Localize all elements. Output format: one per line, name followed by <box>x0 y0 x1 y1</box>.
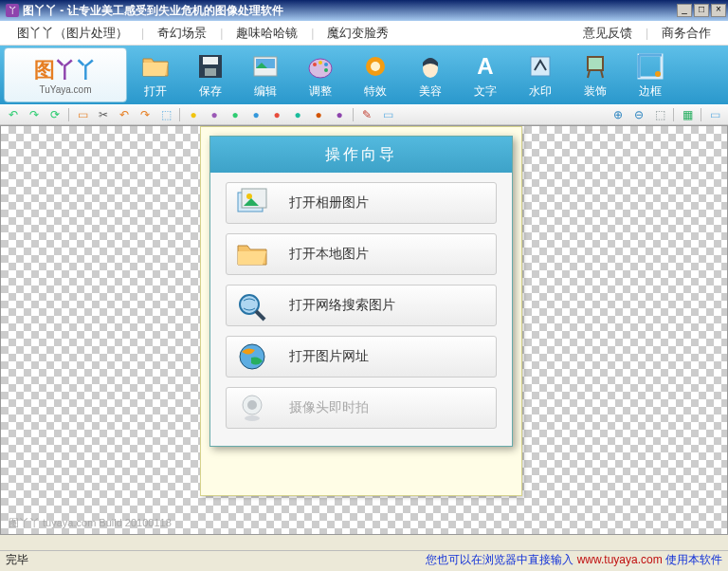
window-title: 图丫丫 - 让专业美工感受到失业危机的图像处理软件 <box>23 3 677 19</box>
color-dot-1[interactable]: ● <box>184 106 203 123</box>
color-dot-3[interactable]: ● <box>226 106 245 123</box>
save-button[interactable]: 保存 <box>184 47 237 102</box>
webcam-icon <box>232 391 272 425</box>
color-dot-8[interactable]: ● <box>330 106 349 123</box>
folder-icon <box>140 51 171 82</box>
floppy-icon <box>195 51 226 82</box>
main-toolbar: 图丫丫 TuYaya.com 打开 保存 编辑 调整 特效 美容 A文字 水印 … <box>0 46 728 104</box>
svg-point-7 <box>318 61 322 64</box>
logo-url: TuYaya.com <box>39 84 91 95</box>
svg-point-8 <box>324 63 328 66</box>
effect-button[interactable]: 特效 <box>349 47 402 102</box>
menu-business[interactable]: 商务合作 <box>652 23 720 44</box>
svg-point-28 <box>245 415 260 421</box>
beauty-button[interactable]: 美容 <box>404 47 457 102</box>
globe-icon <box>232 340 272 374</box>
zoom-out-button[interactable]: ⊖ <box>629 106 648 123</box>
title-bar: 丫 图丫丫 - 让专业美工感受到失业危机的图像处理软件 _ □ × <box>0 0 728 21</box>
wizard-open-url[interactable]: 打开图片网址 <box>226 336 497 378</box>
palette-icon <box>305 51 336 82</box>
album-icon <box>232 186 272 220</box>
color-dot-7[interactable]: ● <box>309 106 328 123</box>
wizard-label: 打开本地图片 <box>289 246 369 263</box>
wizard-webcam[interactable]: 摄像头即时拍 <box>226 387 497 429</box>
picture-icon <box>250 51 281 82</box>
wizard-open-album[interactable]: 打开相册图片 <box>226 182 497 224</box>
rect-button[interactable]: ▭ <box>378 106 397 123</box>
wizard-label: 打开网络搜索图片 <box>289 297 395 314</box>
refresh-button[interactable]: ⟳ <box>46 106 64 123</box>
window-controls: _ □ × <box>677 4 726 17</box>
rotate-left-button[interactable]: ↶ <box>115 106 134 123</box>
svg-point-6 <box>313 63 317 66</box>
search-globe-icon <box>232 288 272 322</box>
wizard-label: 摄像头即时拍 <box>289 399 369 416</box>
menu-scene[interactable]: 奇幻场景 <box>148 23 216 44</box>
menu-funhouse[interactable]: 趣味哈哈镜 <box>227 23 307 44</box>
color-dot-5[interactable]: ● <box>267 106 286 123</box>
text-icon: A <box>470 51 500 82</box>
menu-bar: 图丫丫（图片处理）| 奇幻场景| 趣味哈哈镜| 魔幻变脸秀 意见反馈| 商务合作 <box>0 21 728 46</box>
pencil-button[interactable]: ✎ <box>357 106 376 123</box>
text-button[interactable]: A文字 <box>459 47 512 102</box>
menu-faceswap[interactable]: 魔幻变脸秀 <box>318 23 398 44</box>
wizard-body: 打开相册图片 打开本地图片 打开网络搜索图片 打开图片网址 摄像头即时拍 <box>210 173 512 446</box>
wizard-label: 打开相册图片 <box>289 194 369 212</box>
canvas-watermark: 图丫丫 tuyaya.com Build 20100118 <box>9 516 172 530</box>
color-dot-2[interactable]: ● <box>205 106 224 123</box>
crop-button[interactable]: ✂ <box>94 106 113 123</box>
status-hint: 您也可以在浏览器中直接输入 www.tuyaya.com 使用本软件 <box>426 552 722 568</box>
fullscreen-button[interactable]: ▭ <box>705 106 724 123</box>
face-icon <box>415 51 446 82</box>
frame-icon <box>635 51 665 82</box>
select-button[interactable]: ▭ <box>73 106 92 123</box>
open-button[interactable]: 打开 <box>129 47 182 102</box>
wizard-open-search[interactable]: 打开网络搜索图片 <box>226 285 497 326</box>
svg-text:A: A <box>477 53 493 79</box>
maximize-button[interactable]: □ <box>694 4 709 17</box>
color-dot-4[interactable]: ● <box>246 106 265 123</box>
frame-button[interactable]: 边框 <box>624 47 677 102</box>
zoom-in-button[interactable]: ⊕ <box>609 106 628 123</box>
decorate-button[interactable]: 装饰 <box>569 47 622 102</box>
svg-line-17 <box>601 70 603 78</box>
color-dot-6[interactable]: ● <box>288 106 307 123</box>
wizard-open-local[interactable]: 打开本地图片 <box>226 233 497 275</box>
logo-text: 图丫丫 <box>34 56 97 84</box>
undo-button[interactable]: ↶ <box>4 106 23 123</box>
edit-button[interactable]: 编辑 <box>239 47 292 102</box>
adjust-button[interactable]: 调整 <box>294 47 347 102</box>
svg-rect-15 <box>588 57 603 70</box>
svg-line-24 <box>256 311 264 320</box>
menu-main[interactable]: 图丫丫（图片处理） <box>8 23 137 44</box>
resize-button[interactable]: ⬚ <box>156 106 175 123</box>
svg-rect-1 <box>203 57 218 64</box>
menu-feedback[interactable]: 意见反馈 <box>573 23 642 44</box>
stamp-icon <box>525 51 555 82</box>
svg-point-25 <box>240 344 264 369</box>
canvas-area[interactable]: 操作向导 打开相册图片 打开本地图片 打开网络搜索图片 打开图片网址 摄像头即时… <box>0 125 728 535</box>
svg-line-16 <box>588 70 590 78</box>
logo: 图丫丫 TuYaya.com <box>4 47 127 102</box>
watermark-button[interactable]: 水印 <box>514 47 567 102</box>
redo-button[interactable]: ↷ <box>25 106 44 123</box>
sparkle-icon <box>360 51 391 82</box>
folder-icon <box>232 237 272 271</box>
wizard-title: 操作向导 <box>210 137 512 173</box>
svg-rect-2 <box>205 68 216 76</box>
svg-point-9 <box>324 68 328 72</box>
wizard-dialog: 操作向导 打开相册图片 打开本地图片 打开网络搜索图片 打开图片网址 摄像头即时… <box>209 136 513 447</box>
svg-point-19 <box>655 71 661 77</box>
build-bar <box>0 535 728 550</box>
close-button[interactable]: × <box>711 4 726 17</box>
rotate-right-button[interactable]: ↷ <box>136 106 155 123</box>
grid-button[interactable]: ▦ <box>678 106 697 123</box>
status-left: 完毕 <box>6 552 28 568</box>
status-bar: 完毕 您也可以在浏览器中直接输入 www.tuyaya.com 使用本软件 <box>0 550 728 569</box>
svg-point-27 <box>247 400 257 410</box>
app-icon: 丫 <box>6 4 19 17</box>
svg-point-11 <box>371 62 380 71</box>
wizard-label: 打开图片网址 <box>289 348 369 365</box>
minimize-button[interactable]: _ <box>677 4 692 17</box>
fit-button[interactable]: ⬚ <box>650 106 669 123</box>
